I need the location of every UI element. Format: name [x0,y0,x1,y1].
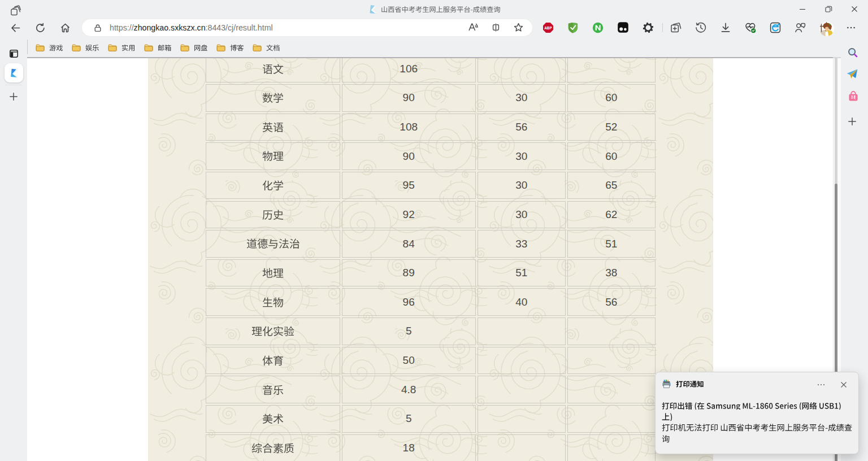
svg-text:ABP: ABP [544,26,552,30]
